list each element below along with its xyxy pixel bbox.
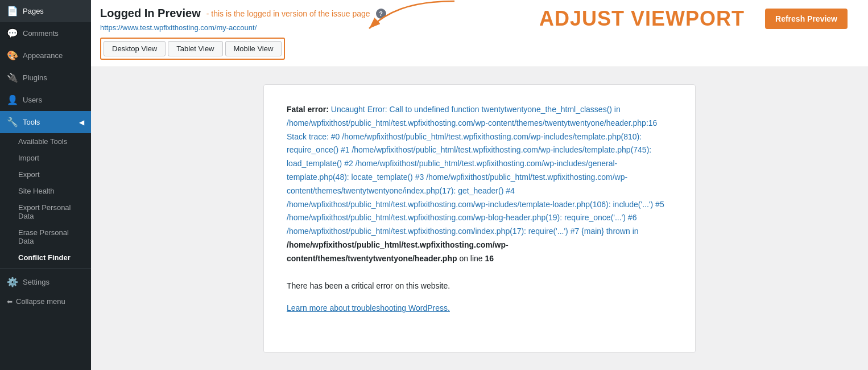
sidebar-subitem-collapse[interactable]: ⬅ Collapse menu (0, 293, 91, 310)
sidebar-subitem-import[interactable]: Import (0, 150, 91, 166)
sidebar-divider (0, 268, 91, 269)
sidebar-item-tools[interactable]: 🔧 Tools ◀ (0, 111, 91, 133)
sidebar-subitem-export-personal-data[interactable]: Export Personal Data (0, 199, 91, 224)
pages-icon: 📄 (7, 6, 18, 17)
sidebar-item-appearance[interactable]: 🎨 Appearance (0, 44, 91, 67)
adjust-viewport-label: ADJUST VIEWPORT (539, 7, 745, 31)
tools-arrow-icon: ◀ (79, 118, 84, 126)
sidebar-item-label: Appearance (23, 51, 63, 60)
error-label: Fatal error: (287, 105, 329, 114)
sidebar-item-users[interactable]: 👤 Users (0, 89, 91, 111)
sidebar-item-label: Pages (23, 7, 44, 15)
collapse-icon: ⬅ (7, 298, 13, 306)
sidebar-subitem-site-health[interactable]: Site Health (0, 183, 91, 199)
learn-more-link[interactable]: Learn more about troubleshooting WordPre… (287, 302, 672, 315)
mobile-view-button[interactable]: Mobile View (225, 41, 282, 56)
sidebar-subitem-erase-personal-data[interactable]: Erase Personal Data (0, 224, 91, 249)
error-critical-message: There has been a critical error on this … (287, 279, 672, 293)
appearance-icon: 🎨 (7, 50, 18, 61)
main-content: Logged In Preview - this is the logged i… (91, 0, 868, 370)
collapse-label: Collapse menu (16, 297, 65, 306)
page-url[interactable]: https://www.test.wpfixithosting.com/my-a… (100, 23, 386, 32)
plugins-icon: 🔌 (7, 72, 18, 83)
sidebar: 📄 Pages 💬 Comments 🎨 Appearance 🔌 Plugin… (0, 0, 91, 370)
sidebar-item-settings[interactable]: ⚙️ Settings (0, 271, 91, 293)
sidebar-item-label: Users (23, 96, 42, 104)
error-main-text: Uncaught Error: Call to undefined functi… (287, 105, 664, 236)
sidebar-subitem-available-tools[interactable]: Available Tools (0, 133, 91, 150)
error-message: Fatal error: Uncaught Error: Call to und… (287, 103, 672, 266)
header-title-row: Logged In Preview - this is the logged i… (100, 7, 386, 20)
tablet-view-button[interactable]: Tablet View (168, 41, 222, 56)
help-icon[interactable]: ? (376, 9, 386, 19)
sidebar-subitem-conflict-finder[interactable]: Conflict Finder (0, 249, 91, 266)
refresh-preview-button[interactable]: Refresh Preview (765, 9, 848, 29)
sidebar-subitem-export[interactable]: Export (0, 166, 91, 183)
sidebar-item-label: Comments (23, 29, 59, 38)
viewport-buttons-group: Desktop View Tablet View Mobile View (100, 38, 285, 60)
sidebar-item-label: Settings (23, 278, 49, 286)
header-left: Logged In Preview - this is the logged i… (100, 7, 386, 60)
error-line-number: 16 (485, 254, 494, 263)
content-area: Fatal error: Uncaught Error: Call to und… (91, 67, 868, 370)
header-annotation: ADJUST VIEWPORT Refresh Preview (386, 7, 859, 31)
sidebar-item-plugins[interactable]: 🔌 Plugins (0, 67, 91, 89)
sidebar-item-label: Plugins (23, 73, 47, 82)
tools-icon: 🔧 (7, 117, 18, 128)
page-subtitle: - this is the logged in version of the i… (206, 9, 370, 18)
users-icon: 👤 (7, 94, 18, 105)
error-box: Fatal error: Uncaught Error: Call to und… (263, 84, 696, 353)
header-bar: Logged In Preview - this is the logged i… (91, 0, 868, 67)
sidebar-item-label: Tools (23, 118, 40, 126)
page-title: Logged In Preview (100, 7, 201, 20)
settings-icon: ⚙️ (7, 277, 18, 287)
comments-icon: 💬 (7, 28, 18, 39)
sidebar-item-pages[interactable]: 📄 Pages (0, 0, 91, 22)
sidebar-item-comments[interactable]: 💬 Comments (0, 22, 91, 44)
desktop-view-button[interactable]: Desktop View (104, 41, 166, 56)
error-on-line: on line 16 (459, 254, 494, 263)
